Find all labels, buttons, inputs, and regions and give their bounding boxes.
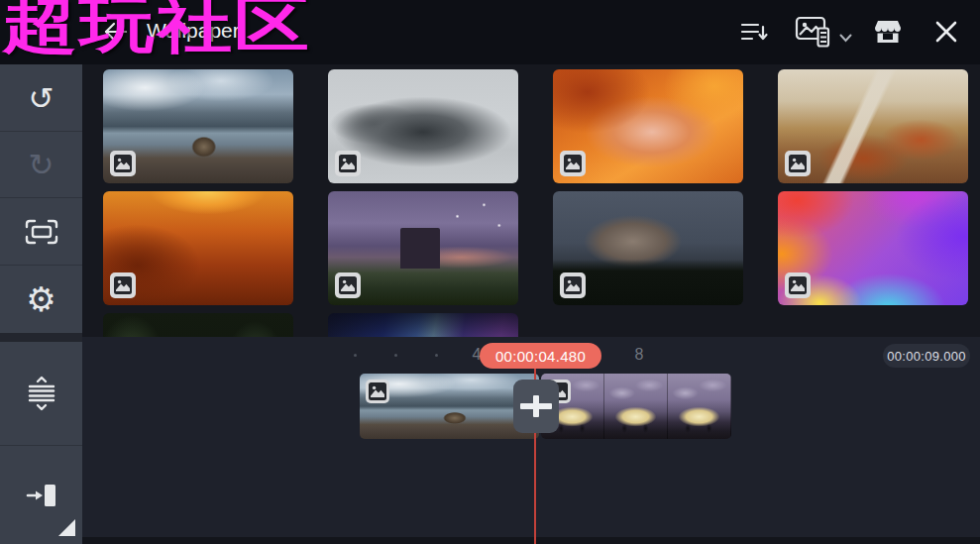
image-badge-icon xyxy=(785,272,811,298)
image-badge-icon xyxy=(366,380,389,403)
fit-frame-icon xyxy=(24,218,59,246)
image-film-icon xyxy=(795,16,834,48)
sort-button[interactable] xyxy=(735,17,773,47)
undo-button[interactable]: ↺ xyxy=(0,66,82,131)
fit-frame-button[interactable] xyxy=(0,198,82,265)
image-badge-icon xyxy=(785,151,811,176)
wallpaper-thumbnail[interactable] xyxy=(328,191,518,305)
clip-frame xyxy=(604,374,668,439)
media-type-button[interactable] xyxy=(786,12,861,52)
sort-list-icon xyxy=(739,20,769,44)
wallpaper-thumbnail[interactable] xyxy=(328,69,518,183)
image-badge-icon xyxy=(560,151,586,176)
current-time-badge: 00:00:04.480 xyxy=(480,343,601,369)
wallpaper-thumbnail[interactable] xyxy=(778,69,968,183)
plus-icon xyxy=(519,393,553,419)
image-badge-icon xyxy=(560,272,586,298)
settings-button[interactable]: ⚙ xyxy=(0,266,82,333)
tool-sidebar: ↺ ↻ ⚙ xyxy=(0,64,82,544)
wallpaper-gallery xyxy=(82,64,980,337)
timeline-clip-image[interactable] xyxy=(360,374,539,439)
image-badge-icon xyxy=(335,151,361,176)
clip-frame xyxy=(668,374,731,439)
total-duration-badge: 00:00:09.000 xyxy=(883,344,970,368)
watermark: 超玩社区 xyxy=(2,0,311,55)
ruler-tick-label: 8 xyxy=(627,346,651,364)
insert-clip-icon xyxy=(25,482,58,509)
image-badge-icon xyxy=(110,151,136,176)
timeline-panel: 4 8 00:00:04.480 00:00:09.000 xyxy=(82,337,980,544)
gear-icon: ⚙ xyxy=(26,279,55,319)
wallpaper-thumbnail[interactable] xyxy=(778,191,968,305)
timeline-clip-video[interactable] xyxy=(541,374,731,439)
redo-button[interactable]: ↻ xyxy=(0,132,82,197)
ruler-tick-dot xyxy=(394,354,397,357)
tracks-expand-icon xyxy=(24,376,59,411)
storefront-icon xyxy=(872,18,904,46)
close-icon xyxy=(933,19,959,45)
wallpaper-thumbnail[interactable] xyxy=(103,191,293,305)
chevron-down-icon xyxy=(839,34,852,43)
image-badge-icon xyxy=(110,272,136,298)
wallpaper-thumbnail[interactable] xyxy=(553,69,743,183)
adjust-tracks-button[interactable] xyxy=(0,342,82,445)
image-badge-icon xyxy=(335,272,361,298)
wallpaper-thumbnail[interactable] xyxy=(553,191,743,305)
panel-resize-handle[interactable] xyxy=(58,519,75,536)
undo-icon: ↺ xyxy=(29,80,54,117)
timeline-bottom-strip xyxy=(82,537,980,544)
wallpaper-thumbnail[interactable] xyxy=(103,69,293,183)
sidebar-section-divider xyxy=(0,333,82,342)
ruler-tick-dot xyxy=(435,354,438,357)
ruler-tick-dot xyxy=(354,354,357,357)
transition-button[interactable] xyxy=(513,380,559,433)
store-button[interactable] xyxy=(868,16,908,48)
redo-icon: ↻ xyxy=(29,147,54,183)
close-button[interactable] xyxy=(927,15,965,49)
